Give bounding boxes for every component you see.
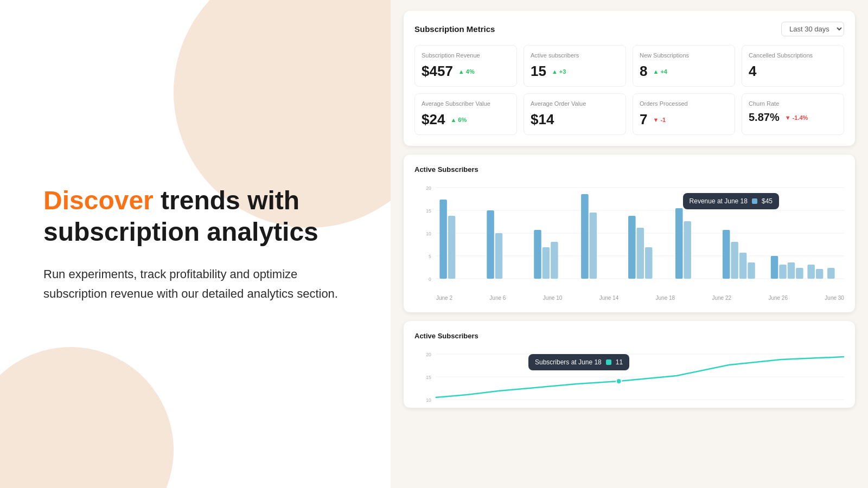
- x-label: June 30: [825, 295, 844, 301]
- metric-value-row: 4: [749, 63, 837, 80]
- tooltip-color-dot: [752, 198, 757, 204]
- metric-badge: ▼ -1.4%: [785, 114, 808, 121]
- metric-value-row: $14: [531, 111, 619, 128]
- x-label: June 2: [436, 295, 452, 301]
- metric-badge: ▲ +4: [653, 68, 667, 75]
- metric-avg-order-value: Average Order Value $14: [524, 93, 626, 135]
- svg-rect-21: [645, 247, 653, 279]
- svg-rect-12: [487, 210, 494, 279]
- metric-label: Average Order Value: [531, 100, 619, 107]
- svg-rect-22: [675, 208, 683, 279]
- metric-badge: ▲ 6%: [450, 117, 467, 123]
- metric-label: Cancelled Subscriptions: [749, 52, 837, 59]
- metric-value-row: 7 ▼ -1: [640, 111, 728, 128]
- svg-rect-28: [771, 256, 778, 279]
- hero-title: Discover trends with subscription analyt…: [43, 185, 347, 247]
- metric-value: $14: [531, 111, 554, 128]
- metric-value-row: $457 ▲ 4%: [422, 63, 510, 80]
- hero-highlight-word: Discover: [43, 186, 154, 215]
- hero-subtitle: Run experiments, track profitability and…: [43, 265, 347, 303]
- line-chart-title: Active Subscribers: [414, 332, 844, 340]
- svg-rect-19: [628, 216, 636, 279]
- metric-value: 7: [640, 111, 647, 128]
- svg-text:15: 15: [426, 375, 431, 380]
- svg-rect-34: [827, 268, 835, 279]
- metric-value: $24: [422, 111, 445, 128]
- metrics-row-2: Average Subscriber Value $24 ▲ 6% Averag…: [414, 93, 844, 135]
- metrics-card: Subscription Metrics Last 30 days Subscr…: [404, 11, 855, 146]
- line-chart-svg: 20 15 10: [414, 349, 844, 408]
- line-chart-container: Subscribers at June 18 11 20 15 10: [414, 349, 844, 408]
- svg-rect-27: [748, 262, 755, 279]
- tooltip-label: Subscribers at June 18: [535, 358, 602, 366]
- metric-value: 8: [640, 63, 647, 80]
- metric-subscription-revenue: Subscription Revenue $457 ▲ 4%: [414, 45, 517, 87]
- date-filter-select[interactable]: Last 30 days: [781, 22, 844, 36]
- svg-text:0: 0: [429, 277, 431, 282]
- metric-badge: ▲ 4%: [458, 68, 475, 75]
- svg-rect-29: [779, 265, 787, 279]
- metric-label: Churn Rate: [749, 100, 837, 107]
- metric-churn-rate: Churn Rate 5.87% ▼ -1.4%: [742, 93, 844, 135]
- svg-rect-15: [542, 247, 550, 279]
- metric-value-row: 8 ▲ +4: [640, 63, 728, 80]
- svg-rect-10: [439, 200, 447, 279]
- metric-label: Average Subscriber Value: [422, 100, 510, 107]
- x-label: June 22: [712, 295, 731, 301]
- svg-text:20: 20: [426, 185, 431, 191]
- dashboard: Subscription Metrics Last 30 days Subscr…: [391, 11, 868, 416]
- hero-title-rest: trends with: [154, 186, 299, 215]
- svg-rect-13: [495, 233, 503, 279]
- x-label: June 26: [768, 295, 788, 301]
- hero-title-line2: subscription analytics: [43, 217, 318, 246]
- metric-badge: ▼ -1: [653, 117, 666, 123]
- right-panel: Subscription Metrics Last 30 days Subscr…: [391, 0, 868, 488]
- svg-rect-20: [637, 228, 644, 279]
- bar-chart-svg: 20 15 10 5 0: [414, 182, 844, 291]
- x-label: June 14: [599, 295, 619, 301]
- svg-rect-11: [448, 216, 456, 279]
- bar-chart-container: Revenue at June 18 $45 20 15 10 5: [414, 182, 844, 301]
- svg-point-41: [616, 378, 622, 384]
- bar-chart-title: Active Subscribers: [414, 165, 844, 174]
- svg-rect-30: [788, 262, 795, 279]
- metric-orders-processed: Orders Processed 7 ▼ -1: [633, 93, 735, 135]
- svg-rect-16: [551, 242, 558, 279]
- metric-value: 15: [531, 63, 546, 80]
- metric-cancelled-subscriptions: Cancelled Subscriptions 4: [742, 45, 844, 87]
- metric-value: 5.87%: [749, 111, 780, 124]
- svg-rect-23: [684, 221, 691, 279]
- svg-rect-32: [807, 265, 815, 279]
- metric-label: Active subscribers: [531, 52, 619, 59]
- metric-badge: ▲ +3: [552, 68, 566, 75]
- svg-rect-17: [581, 194, 589, 279]
- line-chart-card: Active Subscribers Subscribers at June 1…: [404, 321, 855, 408]
- svg-text:5: 5: [429, 254, 431, 259]
- svg-rect-14: [534, 230, 541, 279]
- line-chart-tooltip: Subscribers at June 18 11: [528, 354, 629, 370]
- metric-value: $457: [422, 63, 453, 80]
- metric-label: New Subscriptions: [640, 52, 728, 59]
- tooltip-color-dot: [606, 359, 611, 365]
- svg-text:10: 10: [426, 231, 431, 236]
- svg-rect-26: [739, 253, 747, 279]
- x-label: June 6: [489, 295, 506, 301]
- metric-label: Subscription Revenue: [422, 52, 510, 59]
- x-label: June 10: [543, 295, 563, 301]
- left-panel: Discover trends with subscription analyt…: [0, 0, 391, 488]
- tooltip-label: Revenue at June 18: [690, 197, 748, 205]
- metrics-card-title: Subscription Metrics: [414, 24, 495, 34]
- x-label: June 18: [656, 295, 675, 301]
- metric-value-row: 5.87% ▼ -1.4%: [749, 111, 837, 124]
- svg-rect-31: [796, 268, 803, 279]
- svg-rect-25: [731, 242, 738, 279]
- svg-text:10: 10: [426, 397, 431, 403]
- metric-value-row: $24 ▲ 6%: [422, 111, 510, 128]
- metric-value-row: 15 ▲ +3: [531, 63, 619, 80]
- metric-active-subscribers: Active subscribers 15 ▲ +3: [524, 45, 626, 87]
- metric-label: Orders Processed: [640, 100, 728, 107]
- metric-new-subscriptions: New Subscriptions 8 ▲ +4: [633, 45, 735, 87]
- tooltip-value: $45: [762, 197, 773, 205]
- metrics-header: Subscription Metrics Last 30 days: [414, 22, 844, 36]
- svg-text:20: 20: [426, 352, 431, 357]
